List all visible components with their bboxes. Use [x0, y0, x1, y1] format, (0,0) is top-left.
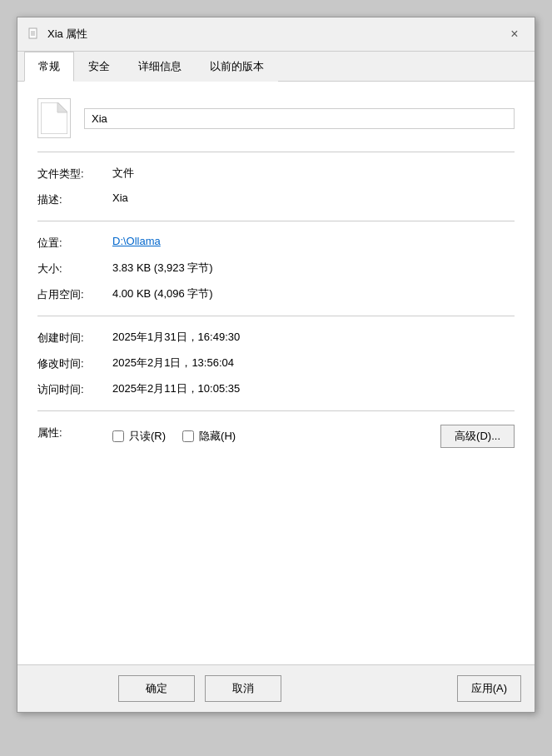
svg-marker-5 [57, 102, 67, 112]
readonly-checkbox[interactable] [112, 430, 124, 442]
tab-details[interactable]: 详细信息 [124, 52, 196, 82]
cancel-button[interactable]: 取消 [205, 675, 281, 702]
disk-size-row: 占用空间: 4.00 KB (4,096 字节) [37, 286, 515, 302]
ok-button[interactable]: 确定 [118, 675, 195, 702]
file-header [37, 98, 515, 138]
divider-2 [37, 221, 515, 221]
description-label: 描述: [37, 191, 112, 207]
modified-row: 修改时间: 2025年2月1日，13:56:04 [37, 356, 515, 371]
file-icon [37, 98, 71, 138]
size-label: 大小: [37, 261, 112, 276]
accessed-row: 访问时间: 2025年2月11日，10:05:35 [37, 381, 515, 397]
tab-previous-versions[interactable]: 以前的版本 [196, 52, 278, 82]
attributes-controls: 只读(R) 隐藏(H) 高级(D)... [112, 425, 515, 448]
location-label: 位置: [37, 235, 112, 251]
hidden-checkbox[interactable] [182, 430, 194, 442]
file-type-value: 文件 [112, 166, 515, 181]
size-value: 3.83 KB (3,923 字节) [112, 261, 515, 276]
disk-size-label: 占用空间: [37, 286, 112, 302]
tab-security[interactable]: 安全 [74, 52, 124, 82]
hidden-label: 隐藏(H) [199, 429, 236, 444]
divider-3 [37, 316, 515, 316]
footer-inner: 确定 取消 应用(A) [31, 675, 521, 702]
divider-4 [37, 410, 515, 411]
tab-content: 文件类型: 文件 描述: Xia 位置: D:\Ollama 大小: 3.83 … [17, 82, 535, 664]
accessed-value: 2025年2月11日，10:05:35 [112, 381, 515, 396]
file-name-input[interactable] [84, 108, 515, 129]
location-row: 位置: D:\Ollama [37, 235, 515, 251]
close-button[interactable]: × [505, 24, 525, 44]
apply-button[interactable]: 应用(A) [457, 675, 521, 702]
window-icon [27, 27, 41, 41]
advanced-button[interactable]: 高级(D)... [440, 425, 515, 448]
window-title: Xia 属性 [47, 27, 87, 42]
tabs-container: 常规 安全 详细信息 以前的版本 [17, 52, 535, 82]
dialog-window: Xia 属性 × 常规 安全 详细信息 以前的版本 文件类型: 文件 [17, 17, 535, 713]
size-row: 大小: 3.83 KB (3,923 字节) [37, 261, 515, 276]
modified-value: 2025年2月1日，13:56:04 [112, 356, 515, 371]
file-svg-icon [41, 102, 67, 134]
svg-marker-4 [41, 102, 67, 134]
title-bar-left: Xia 属性 [27, 27, 87, 42]
description-value: Xia [112, 191, 515, 204]
attributes-row: 属性: 只读(R) 隐藏(H) 高级(D)... [37, 425, 515, 448]
file-type-label: 文件类型: [37, 166, 112, 182]
title-bar: Xia 属性 × [17, 17, 535, 52]
footer: 确定 取消 应用(A) [17, 664, 535, 712]
tab-general[interactable]: 常规 [24, 52, 74, 82]
attributes-label: 属性: [37, 425, 112, 440]
created-row: 创建时间: 2025年1月31日，16:49:30 [37, 330, 515, 346]
hidden-checkbox-label[interactable]: 隐藏(H) [182, 429, 236, 444]
footer-center: 确定 取消 [118, 675, 281, 702]
accessed-label: 访问时间: [37, 381, 112, 397]
created-label: 创建时间: [37, 330, 112, 346]
modified-label: 修改时间: [37, 356, 112, 371]
readonly-label: 只读(R) [129, 429, 166, 444]
location-value[interactable]: D:\Ollama [112, 235, 515, 247]
readonly-checkbox-label[interactable]: 只读(R) [112, 429, 166, 444]
description-row: 描述: Xia [37, 191, 515, 207]
divider-1 [37, 152, 515, 152]
file-type-row: 文件类型: 文件 [37, 166, 515, 182]
created-value: 2025年1月31日，16:49:30 [112, 330, 515, 345]
disk-size-value: 4.00 KB (4,096 字节) [112, 286, 515, 301]
